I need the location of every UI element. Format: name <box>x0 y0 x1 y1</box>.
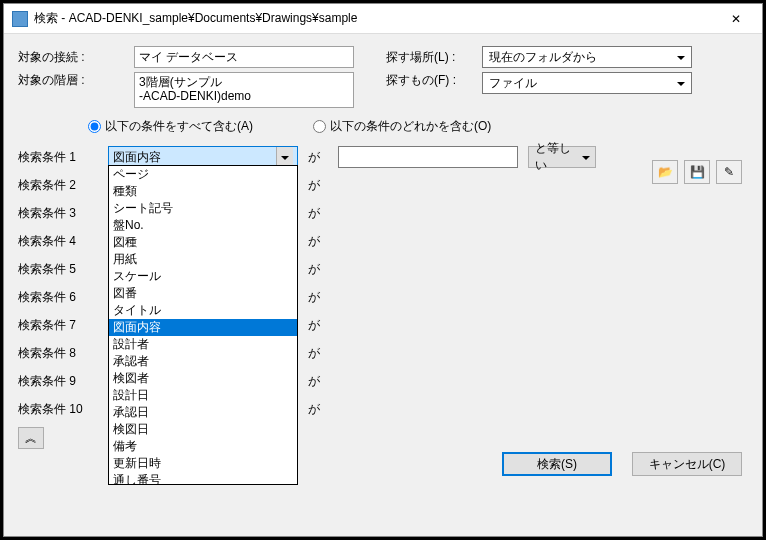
cond-match-1[interactable]: と等しい <box>528 146 596 168</box>
dropdown-option[interactable]: 検図者 <box>109 370 297 387</box>
ga-4: が <box>308 233 328 250</box>
ga-9: が <box>308 373 328 390</box>
title-bar: 検索 - ACAD-DENKI_sample¥Documents¥Drawing… <box>4 4 762 34</box>
ga-5: が <box>308 261 328 278</box>
collapse-icon: ︽ <box>25 430 37 447</box>
search-button[interactable]: 検索(S) <box>502 452 612 476</box>
ga-6: が <box>308 289 328 306</box>
dialog-body: 対象の接続 : マイ データベース 探す場所(L) : 現在のフォルダから 対象… <box>4 34 762 536</box>
dropdown-option[interactable]: 種類 <box>109 183 297 200</box>
cond-label-2: 検索条件 2 <box>18 177 98 194</box>
ga-1: が <box>308 149 328 166</box>
dropdown-option[interactable]: 備考 <box>109 438 297 455</box>
dropdown-option[interactable]: 承認日 <box>109 404 297 421</box>
search-what-select[interactable]: ファイル <box>482 72 692 94</box>
radio-all-input[interactable] <box>88 120 101 133</box>
ga-8: が <box>308 345 328 362</box>
ga-3: が <box>308 205 328 222</box>
dropdown-option[interactable]: タイトル <box>109 302 297 319</box>
dropdown-option[interactable]: 盤No. <box>109 217 297 234</box>
window-title: 検索 - ACAD-DENKI_sample¥Documents¥Drawing… <box>34 10 713 27</box>
connection-field: マイ データベース <box>134 46 354 68</box>
field-dropdown[interactable]: ページ種類シート記号盤No.図種用紙スケール図番タイトル図面内容設計者承認者検図… <box>108 165 298 485</box>
collapse-button[interactable]: ︽ <box>18 427 44 449</box>
hierarchy-field: 3階層(サンプル -ACAD-DENKI)demo <box>134 72 354 108</box>
app-icon <box>12 11 28 27</box>
dropdown-option[interactable]: 用紙 <box>109 251 297 268</box>
cond-label-7: 検索条件 7 <box>18 317 98 334</box>
cond-label-5: 検索条件 5 <box>18 261 98 278</box>
chevron-down-icon <box>281 156 289 160</box>
radio-all[interactable]: 以下の条件をすべて含む(A) <box>88 118 253 135</box>
ga-10: が <box>308 401 328 418</box>
radio-any[interactable]: 以下の条件のどれかを含む(O) <box>313 118 491 135</box>
dropdown-option[interactable]: 検図日 <box>109 421 297 438</box>
cond-label-4: 検索条件 4 <box>18 233 98 250</box>
label-hierarchy: 対象の階層 : <box>18 72 128 89</box>
dropdown-option[interactable]: 図番 <box>109 285 297 302</box>
cond-label-3: 検索条件 3 <box>18 205 98 222</box>
search-dialog: 検索 - ACAD-DENKI_sample¥Documents¥Drawing… <box>3 3 763 537</box>
ga-7: が <box>308 317 328 334</box>
cond-label-6: 検索条件 6 <box>18 289 98 306</box>
cond-label-9: 検索条件 9 <box>18 373 98 390</box>
cond-label-8: 検索条件 8 <box>18 345 98 362</box>
label-search-what: 探すもの(F) : <box>386 72 476 89</box>
conditions-grid: 検索条件 1 図面内容 が と等しい 検索条件 2が 検索条件 3が 検索条件 … <box>18 143 748 423</box>
cond-label-1: 検索条件 1 <box>18 149 98 166</box>
dropdown-option[interactable]: ページ <box>109 166 297 183</box>
label-search-loc: 探す場所(L) : <box>386 49 476 66</box>
dropdown-option[interactable]: 設計日 <box>109 387 297 404</box>
dropdown-option[interactable]: 設計者 <box>109 336 297 353</box>
close-button[interactable]: ✕ <box>713 5 758 33</box>
cancel-button[interactable]: キャンセル(C) <box>632 452 742 476</box>
dropdown-option[interactable]: シート記号 <box>109 200 297 217</box>
dropdown-option[interactable]: 更新日時 <box>109 455 297 472</box>
dropdown-option[interactable]: 承認者 <box>109 353 297 370</box>
cond-value-1[interactable] <box>338 146 518 168</box>
dropdown-option[interactable]: 図面内容 <box>109 319 297 336</box>
radio-any-input[interactable] <box>313 120 326 133</box>
dropdown-option[interactable]: 通し番号 <box>109 472 297 485</box>
cond-label-10: 検索条件 10 <box>18 401 98 418</box>
close-icon: ✕ <box>731 12 741 26</box>
ga-2: が <box>308 177 328 194</box>
label-connection: 対象の接続 : <box>18 49 128 66</box>
dropdown-option[interactable]: スケール <box>109 268 297 285</box>
dropdown-option[interactable]: 図種 <box>109 234 297 251</box>
search-location-select[interactable]: 現在のフォルダから <box>482 46 692 68</box>
